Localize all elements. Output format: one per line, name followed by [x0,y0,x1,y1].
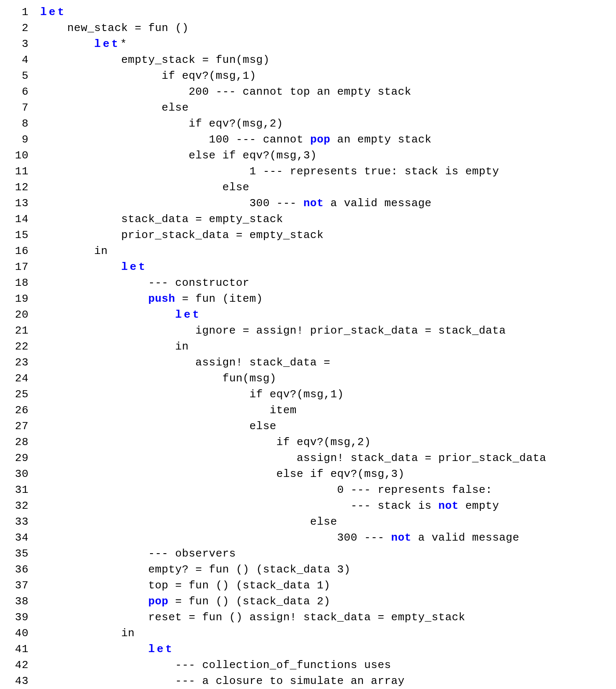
code-text: else [223,181,249,194]
code-line: 19 push = fun (item) [3,291,613,307]
code-text: a valid message [324,197,432,210]
line-number: 1 [3,4,40,20]
line-number: 37 [3,578,40,593]
indent [40,117,189,130]
code-text: top = fun () (stack_data 1) [148,579,331,592]
code-line: 3 let* [3,36,613,52]
code-line: 38 pop = fun () (stack_data 2) [3,593,613,609]
indent [40,611,148,624]
indent [40,500,351,512]
indent [40,54,121,66]
line-number: 31 [3,482,40,498]
indent [40,356,195,369]
indent [40,579,148,592]
code-text: 100 --- cannot [209,133,311,146]
indent [40,85,189,98]
code-text: in [175,340,189,353]
keyword: let [121,261,147,273]
line-number: 38 [3,593,40,609]
line-number: 17 [3,259,40,275]
code-text: else if eqv?(msg,3) [189,149,317,162]
line-number: 20 [3,307,40,323]
line-number: 35 [3,546,40,562]
code-line: 23 assign! stack_data = [3,355,613,370]
line-number: 19 [3,291,40,307]
indent [40,404,270,417]
keyword: pop [148,595,168,608]
code-text: --- constructor [148,277,250,289]
code-line: 30 else if eqv?(msg,3) [3,466,613,482]
line-number: 43 [3,673,40,689]
line-number: 12 [3,179,40,195]
code-line: 28 if eqv?(msg,2) [3,434,613,450]
code-line: 13 300 --- not a valid message [3,195,613,211]
code-line: 11 1 --- represents true: stack is empty [3,163,613,179]
code-text: assign! stack_data = [195,356,330,369]
line-number: 8 [3,116,40,132]
code-line: 14 stack_data = empty_stack [3,211,613,227]
keyword: not [303,197,324,210]
code-line: 2 new_stack = fun () [3,20,613,36]
code-line: 37 top = fun () (stack_data 1) [3,578,613,593]
code-line: 4 empty_stack = fun(msg) [3,52,613,68]
code-line: 34 300 --- not a valid message [3,530,613,546]
indent [40,627,121,640]
line-number: 10 [3,148,40,163]
code-text: 300 --- [249,197,303,210]
keyword: not [391,531,411,544]
code-text: --- stack is [351,500,438,512]
code-text: 300 --- [337,531,391,544]
code-line: 40 in [3,625,613,641]
code-text: an empty stack [330,133,432,146]
code-text: in [121,627,135,640]
indent [40,452,297,464]
indent [40,149,189,162]
line-number: 27 [3,418,40,434]
code-line: 32 --- stack is not empty [3,498,613,514]
code-text: = fun () (stack_data 2) [168,595,330,608]
line-number: 36 [3,562,40,578]
indent [40,229,121,241]
keyword: pop [310,133,330,146]
code-line: 17 let [3,259,613,275]
indent [40,484,337,496]
line-number: 11 [3,163,40,179]
indent [40,277,148,289]
line-number: 16 [3,243,40,259]
indent [40,197,249,210]
code-text: if eqv?(msg,1) [249,388,344,401]
code-text: new_stack = fun () [67,22,189,34]
indent [40,563,148,576]
code-line: 8 if eqv?(msg,2) [3,116,613,132]
line-number: 39 [3,609,40,625]
code-line: 33 else [3,514,613,530]
code-line: 29 assign! stack_data = prior_stack_data [3,450,613,466]
indent [40,245,94,257]
code-line: 39 reset = fun () assign! stack_data = e… [3,609,613,625]
indent [40,70,162,82]
line-number: 34 [3,530,40,546]
indent [40,388,249,401]
line-number: 42 [3,657,40,673]
code-line: 15 prior_stack_data = empty_stack [3,227,613,243]
keyword: let [94,38,120,50]
code-text: --- observers [148,547,236,560]
line-number: 7 [3,100,40,116]
code-text: * [120,38,127,50]
code-text: else [249,420,276,433]
code-text: in [94,245,108,257]
indent [40,595,148,608]
code-text: prior_stack_data = empty_stack [121,229,324,241]
code-line: 25 if eqv?(msg,1) [3,386,613,402]
keyword: push [148,293,175,305]
line-number: 13 [3,195,40,211]
code-text: else [162,101,189,114]
code-text: empty? = fun () (stack_data 3) [148,563,351,576]
code-line: 18 --- constructor [3,275,613,291]
code-text: 1 --- represents true: stack is empty [249,165,499,178]
indent [40,659,175,671]
code-line: 26 item [3,402,613,418]
indent [40,547,148,560]
code-text: a valid message [412,531,520,544]
code-text: item [270,404,297,417]
